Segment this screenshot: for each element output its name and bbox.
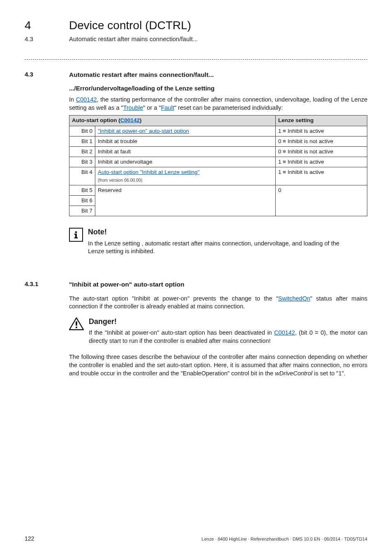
text: ) — [140, 117, 142, 123]
text: " or a " — [143, 104, 161, 111]
cell-bit: Bit 2 — [69, 146, 95, 157]
section-heading: Automatic restart after mains connection… — [69, 71, 367, 79]
svg-rect-3 — [74, 238, 78, 238]
link-c00142-danger[interactable]: C00142 — [274, 329, 295, 336]
link-bit0-option[interactable]: "Inhibit at power-on" auto-start option — [98, 128, 189, 134]
tail-paragraph: The following three cases describe the b… — [69, 353, 367, 377]
link-switched-on[interactable]: SwitchedOn — [278, 295, 310, 302]
section-number: 4.3 — [25, 71, 69, 256]
cell-subtext: (from version 06.00.00) — [98, 178, 143, 183]
text: is set to "1". — [312, 370, 345, 377]
danger-title: Danger! — [89, 317, 367, 326]
chapter-number: 4 — [25, 19, 31, 32]
danger-text: If the "Inhibit at power-on" auto-start … — [89, 329, 367, 345]
text: " reset can be parameterised individuall… — [174, 104, 283, 111]
cell-lenze: 1 ≡ Inhibit is active — [276, 157, 367, 167]
table-header-lenze: Lenze setting — [276, 116, 367, 126]
link-c00142[interactable]: C00142 — [76, 96, 97, 103]
link-fault[interactable]: Fault — [161, 104, 174, 111]
table-row: Bit 4 Auto-start option "Inhibit at Lenz… — [69, 167, 367, 185]
cell-text: Reserved — [95, 185, 276, 216]
cell-bit: Bit 0 — [69, 126, 95, 136]
cell-bit: Bit 5 — [69, 185, 95, 195]
text: If the "Inhibit at power-on" auto-start … — [89, 329, 274, 336]
danger-callout: Danger! If the "Inhibit at power-on" aut… — [69, 317, 367, 345]
table-row: Bit 0 "Inhibit at power-on" auto-start o… — [69, 126, 367, 136]
subsection-number: 4.3.1 — [25, 280, 69, 381]
link-c00142-header[interactable]: C00142 — [120, 117, 140, 123]
svg-point-0 — [75, 231, 77, 234]
auto-start-option-table: Auto-start option (C00142) Lenze setting… — [69, 115, 367, 216]
section-intro: In C00142, the starting performance of t… — [69, 96, 367, 112]
cell-lenze: 0 ≡ Inhibit is not active — [276, 146, 367, 157]
cell-text: Auto-start option "Inhibit at Lenze sett… — [95, 167, 276, 185]
text: The auto-start option "Inhibit at power-… — [69, 295, 278, 302]
section-number-top: 4.3 — [25, 35, 33, 42]
table-header-main: Auto-start option (C00142) — [69, 116, 276, 126]
info-glyph — [71, 230, 81, 239]
cell-lenze: 1 ≡ Inhibit is active — [276, 126, 367, 136]
subsection-para: The auto-start option "Inhibit at power-… — [69, 295, 367, 311]
table-row: Bit 2 Inhibit at fault 0 ≡ Inhibit is no… — [69, 146, 367, 157]
cell-lenze: 0 ≡ Inhibit is not active — [276, 136, 367, 146]
section-title-top: Automatic restart after mains connection… — [69, 35, 198, 42]
svg-rect-6 — [76, 326, 77, 328]
text-italic: wDriveControl — [275, 370, 312, 377]
cell-lenze: 1 ≡ Inhibit is active — [276, 167, 367, 185]
text: Auto-start option ( — [72, 117, 120, 123]
cell-text: Inhibit at fault — [95, 146, 276, 157]
info-icon — [69, 228, 83, 242]
page-footer: 122 Lenze · 8400 HighLine · Referenzhand… — [25, 535, 367, 542]
warning-icon — [69, 317, 84, 331]
note-callout: Note! In the Lenze setting , automatic r… — [69, 227, 367, 255]
footer-imprint: Lenze · 8400 HighLine · Referenzhandbuch… — [202, 536, 367, 541]
cell-bit: Bit 7 — [69, 206, 95, 216]
cell-text: Inhibit at undervoltage — [95, 157, 276, 167]
table-row: Bit 5 Reserved 0 — [69, 185, 367, 195]
table-row: Bit 1 Inhibit at trouble 0 ≡ Inhibit is … — [69, 136, 367, 146]
note-title: Note! — [88, 227, 367, 237]
cell-text: Inhibit at trouble — [95, 136, 276, 146]
cell-text: "Inhibit at power-on" auto-start option — [95, 126, 276, 136]
note-text: In the Lenze setting , automatic restart… — [88, 240, 351, 256]
cell-bit: Bit 6 — [69, 196, 95, 206]
header-divider — [25, 59, 367, 60]
cell-lenze: 0 — [276, 185, 367, 216]
cell-bit: Bit 3 — [69, 157, 95, 167]
svg-rect-5 — [76, 321, 77, 326]
chapter-title: Device control (DCTRL) — [69, 19, 191, 32]
cell-bit: Bit 1 — [69, 136, 95, 146]
table-row: Bit 3 Inhibit at undervoltage 1 ≡ Inhibi… — [69, 157, 367, 167]
section-subheading: .../Error/undervoltage/loading of the Le… — [69, 84, 367, 92]
page-number: 122 — [25, 535, 34, 542]
cell-bit: Bit 4 — [69, 167, 95, 185]
link-trouble[interactable]: Trouble — [123, 104, 143, 111]
link-bit4-option[interactable]: Auto-start option "Inhibit at Lenze sett… — [98, 169, 199, 175]
text: In — [69, 96, 76, 103]
svg-rect-2 — [74, 234, 76, 235]
subsection-heading: "Inhibit at power-on" auto-start option — [69, 280, 367, 289]
